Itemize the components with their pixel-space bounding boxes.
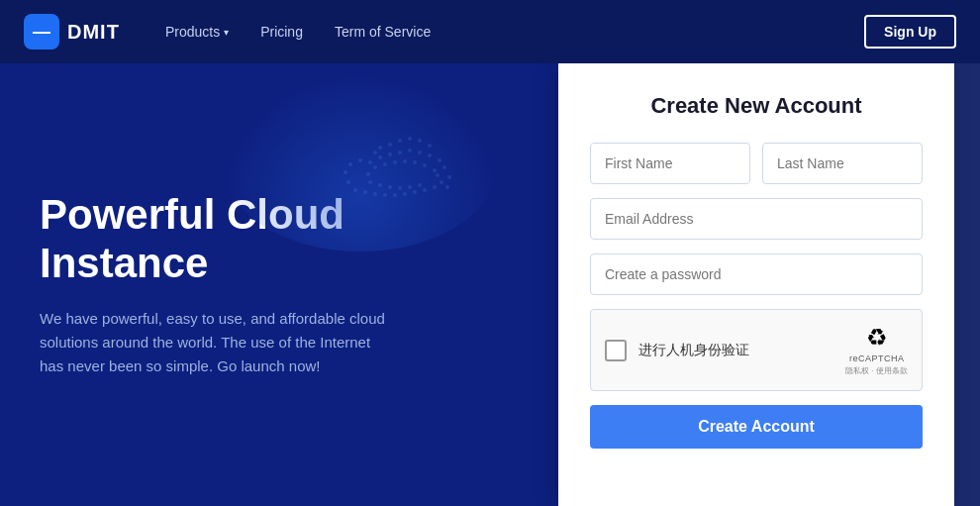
svg-point-12 — [346, 180, 350, 184]
recaptcha-label: 进行人机身份验证 — [638, 342, 749, 359]
main-content: Powerful Cloud Instance We have powerful… — [0, 63, 980, 506]
svg-point-37 — [408, 137, 412, 141]
svg-point-28 — [403, 159, 407, 163]
svg-point-33 — [366, 172, 370, 176]
svg-point-15 — [445, 185, 449, 189]
hero-description: We have powerful, easy to use, and affor… — [40, 307, 396, 378]
chevron-down-icon: ▾ — [224, 27, 229, 38]
svg-point-18 — [383, 193, 387, 197]
svg-point-39 — [428, 144, 432, 148]
svg-point-19 — [393, 193, 397, 197]
svg-point-9 — [358, 158, 362, 162]
recaptcha-checkbox[interactable] — [605, 340, 627, 361]
svg-point-27 — [393, 160, 397, 164]
svg-point-44 — [398, 186, 402, 190]
signup-form-panel: Create New Account 进行人机身份验证 ♻ reCAPTCHA … — [558, 63, 954, 506]
svg-point-40 — [378, 146, 382, 150]
nav-item-tos[interactable]: Term of Service — [321, 16, 444, 48]
svg-point-35 — [388, 143, 392, 147]
password-input[interactable] — [590, 253, 923, 295]
svg-point-24 — [440, 180, 443, 184]
svg-point-41 — [373, 151, 377, 154]
svg-point-46 — [418, 183, 422, 187]
svg-point-43 — [388, 185, 392, 189]
svg-point-1 — [378, 155, 382, 159]
recaptcha-right: ♻ reCAPTCHA 隐私权 · 使用条款 — [845, 324, 908, 376]
recaptcha-logo-icon: ♻ — [866, 324, 888, 352]
svg-point-23 — [433, 185, 437, 189]
logo-area[interactable]: — DMIT — [24, 14, 120, 50]
nav-links: Products ▾ Pricing Term of Service — [151, 16, 864, 48]
svg-point-38 — [418, 139, 422, 143]
signup-button[interactable]: Sign Up — [864, 15, 956, 49]
first-name-input[interactable] — [590, 143, 750, 184]
svg-point-26 — [383, 162, 387, 166]
svg-point-22 — [423, 188, 427, 192]
cloud-decoration — [222, 83, 519, 242]
last-name-input[interactable] — [762, 143, 923, 184]
recaptcha-brand: reCAPTCHA — [849, 354, 905, 363]
recaptcha-left: 进行人机身份验证 — [605, 340, 749, 361]
right-edge-decoration — [954, 63, 980, 506]
svg-point-32 — [436, 173, 440, 177]
svg-point-13 — [353, 188, 357, 192]
svg-point-36 — [398, 139, 402, 143]
name-row — [590, 143, 923, 184]
svg-point-5 — [418, 151, 422, 154]
svg-point-29 — [413, 160, 417, 164]
nav-item-products[interactable]: Products ▾ — [151, 16, 243, 48]
svg-point-34 — [368, 180, 372, 184]
svg-point-16 — [363, 190, 367, 194]
navbar: — DMIT Products ▾ Pricing Term of Servic… — [0, 0, 980, 63]
hero-section: Powerful Cloud Instance We have powerful… — [0, 63, 558, 506]
svg-point-11 — [343, 170, 347, 174]
svg-point-17 — [373, 192, 377, 196]
svg-point-6 — [428, 153, 432, 157]
svg-point-20 — [403, 192, 407, 196]
svg-point-0 — [368, 160, 372, 164]
nav-item-pricing[interactable]: Pricing — [246, 16, 317, 48]
svg-point-14 — [447, 175, 451, 179]
svg-point-45 — [408, 185, 412, 189]
svg-point-2 — [388, 152, 392, 156]
svg-point-31 — [433, 168, 437, 172]
svg-point-30 — [423, 163, 427, 167]
svg-point-4 — [408, 149, 412, 152]
create-account-button[interactable]: Create Account — [590, 405, 923, 449]
svg-point-21 — [413, 190, 417, 194]
svg-point-10 — [348, 162, 352, 166]
svg-point-8 — [442, 165, 446, 169]
svg-point-25 — [373, 165, 377, 169]
svg-point-7 — [438, 158, 441, 162]
svg-point-3 — [398, 151, 402, 154]
recaptcha-widget[interactable]: 进行人机身份验证 ♻ reCAPTCHA 隐私权 · 使用条款 — [590, 309, 923, 391]
form-title: Create New Account — [590, 93, 923, 119]
recaptcha-sub: 隐私权 · 使用条款 — [845, 365, 908, 376]
logo-text: DMIT — [67, 21, 120, 44]
logo-icon: — — [24, 14, 59, 50]
email-input[interactable] — [590, 198, 923, 240]
svg-point-42 — [378, 183, 382, 187]
